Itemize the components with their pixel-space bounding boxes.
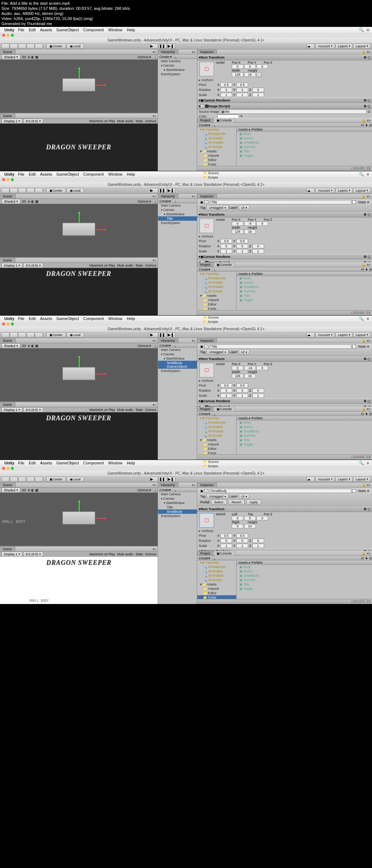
prefab-select-button[interactable]: Select [211, 500, 227, 505]
project-breadcrumb[interactable]: Assets ▸ Prefabs [236, 127, 372, 132]
menu-icon[interactable]: ≡ [367, 28, 369, 32]
asset-item[interactable]: ▣ Button [236, 136, 372, 140]
asset-item[interactable]: ▣ Body [236, 132, 372, 136]
folder-item[interactable]: 📁 Scenes [197, 171, 236, 175]
mute-audio[interactable]: Mute audio [117, 119, 133, 123]
mac-menubar[interactable]: Unity File Edit Assets GameObject Compon… [0, 27, 372, 33]
space-toggle[interactable]: ◉ Local [66, 44, 84, 49]
name-field[interactable]: Title [210, 200, 351, 204]
game-toolbar: Display 1 8:5 (8:5) Maximize on Play Mut… [0, 119, 158, 124]
hierarchy-item[interactable]: ▾Canvas [158, 63, 197, 68]
account-dropdown[interactable]: Account [315, 44, 335, 49]
pivot-toggle[interactable]: ▣ Center [46, 44, 66, 49]
hierarchy-item[interactable]: Main Camera [158, 59, 197, 63]
hand-tool[interactable] [1, 44, 9, 49]
folder-item[interactable]: 🔍 All Prefabs [197, 140, 236, 145]
y-axis-handle[interactable] [79, 67, 80, 78]
search-icon[interactable]: 🔍 [359, 28, 364, 32]
thumbnail-2: UnityFileEditAssetsGameObjectComponentWi… [0, 171, 372, 315]
console-tab[interactable]: ▣ Console [214, 118, 235, 123]
menu-gameobject[interactable]: GameObject [56, 28, 79, 32]
gizmo[interactable] [62, 78, 95, 91]
menu-file[interactable]: File [18, 28, 25, 32]
project-tab[interactable]: Project [197, 118, 214, 123]
pause-button[interactable]: ❚❚ [159, 44, 167, 49]
hierarchy-item[interactable]: ▾StartWindow [158, 68, 197, 72]
asset-item[interactable]: ▣ Toggle [236, 153, 372, 158]
hierarchy-item[interactable]: EventSystem [158, 72, 197, 76]
folder-item[interactable]: 🔍 All Scripts [197, 145, 236, 149]
scene-view[interactable] [0, 60, 158, 113]
shaded-dropdown[interactable]: Shaded [1, 55, 20, 60]
folder-item[interactable]: ▾★ Favorites [197, 127, 236, 132]
scene-tab-bar: Scene ▾≡ [0, 49, 158, 55]
rotate-tool[interactable] [18, 44, 26, 49]
hierarchy-item-selected[interactable]: SmallBody [158, 509, 197, 514]
blueprint-icon[interactable] [256, 72, 262, 77]
project-folders[interactable]: ▾★ Favorites 🔍 All Materials 🔍 All Model… [197, 127, 236, 166]
hierarchy-item-selected[interactable]: Title [158, 216, 197, 221]
layout-dropdown[interactable]: Layout [353, 44, 371, 49]
asset-item[interactable]: ▣ SmallBody [236, 140, 372, 145]
menu-help[interactable]: Help [127, 28, 135, 32]
inspector-tab[interactable]: Inspector [197, 49, 217, 54]
aspect-dropdown[interactable]: 8:5 (8:5) [23, 119, 43, 124]
color-field[interactable] [217, 115, 239, 118]
pivot-x[interactable]: 0.5 [221, 83, 232, 87]
step-button[interactable]: ▶❚ [167, 44, 175, 49]
pivot-y[interactable]: 0.5 [236, 83, 248, 87]
asset-item[interactable]: ▣ SubTitle [236, 145, 372, 149]
canvas-renderer-header[interactable]: ▾ ◉ Canvas Renderer⚙ ◌ [197, 97, 372, 103]
image-script-header[interactable]: ▾ 🖼 Image (Script)⚙ ◌ [197, 103, 372, 109]
folder-item[interactable]: 🔍 All Materials [197, 132, 236, 136]
max-on-play[interactable]: Maximize on Play [89, 119, 115, 123]
scene-smallbody-text: SMALL BODY [1, 519, 25, 524]
layer-dropdown[interactable]: UI [239, 205, 250, 210]
prefab-apply-button[interactable]: Apply [246, 500, 261, 505]
game-view[interactable]: DRAGON SWEEPER [0, 124, 158, 171]
file-info-header: File: Add a title to the start screen.mp… [0, 0, 372, 27]
gizmos-dropdown[interactable]: Gizmos [137, 55, 149, 59]
project-assets[interactable]: Assets ▸ Prefabs ▣ Body ▣ Button ▣ Small… [236, 127, 372, 166]
hierarchy-create[interactable]: Create [159, 55, 169, 59]
asset-item[interactable]: ▣ Title [236, 149, 372, 153]
close-icon[interactable] [2, 34, 5, 37]
menu-window[interactable]: Window [108, 28, 122, 32]
menu-assets[interactable]: Assets [40, 28, 52, 32]
display-dropdown[interactable]: Display 1 [1, 119, 23, 124]
hierarchy-list[interactable]: Main Camera ▾Canvas ▾StartWindow EventSy… [158, 59, 197, 76]
x-axis-handle[interactable] [95, 85, 106, 85]
rect-tool[interactable] [35, 44, 43, 49]
active-checkbox[interactable] [205, 200, 208, 204]
hierarchy-item-dragging[interactable]: SmallBody (GameObject) [158, 361, 197, 369]
folder-item[interactable]: 📁 Editor [197, 158, 236, 162]
scale-tool[interactable] [27, 44, 35, 49]
hierarchy-tab[interactable]: Hierarchy [158, 49, 178, 54]
game-gizmos[interactable]: Gizmos [145, 119, 156, 123]
game-tab[interactable]: Game [0, 113, 15, 118]
maximize-icon[interactable] [11, 34, 14, 37]
source-image-field[interactable]: ▦ title [220, 109, 367, 114]
layers-dropdown[interactable]: Layers [335, 44, 353, 49]
app-menu[interactable]: Unity [4, 28, 15, 32]
rect-transform-header[interactable]: ▾ Rect Transform⚙ ◌ [197, 55, 372, 60]
folder-item[interactable]: 📁 Artwork [197, 153, 236, 158]
collab-icon[interactable]: ☁ [307, 44, 315, 49]
2d-toggle[interactable]: 2D [22, 55, 26, 59]
menu-component[interactable]: Component [83, 28, 104, 32]
tag-dropdown[interactable]: Untagged [207, 205, 229, 210]
play-button[interactable]: ▶ [150, 44, 158, 49]
stats-toggle[interactable]: Stats [136, 119, 143, 123]
traffic-lights[interactable] [0, 33, 372, 38]
anchor-preset[interactable] [199, 62, 214, 76]
prefab-revert-button[interactable]: Revert [229, 500, 245, 505]
menu-edit[interactable]: Edit [29, 28, 36, 32]
scene-tab[interactable]: Scene [0, 49, 16, 54]
scene-toolbar: Shaded 2D ※ ◐ ▦ Gizmos ▾ 🔍 [0, 55, 158, 60]
folder-item[interactable]: 🔍 All Models [197, 136, 236, 140]
move-tool[interactable] [10, 44, 18, 49]
project-create[interactable]: Create [199, 123, 209, 127]
minimize-icon[interactable] [7, 34, 9, 37]
folder-item[interactable]: 📁 Scripts [197, 175, 236, 180]
folder-item[interactable]: ▾📁 Assets [197, 149, 236, 153]
